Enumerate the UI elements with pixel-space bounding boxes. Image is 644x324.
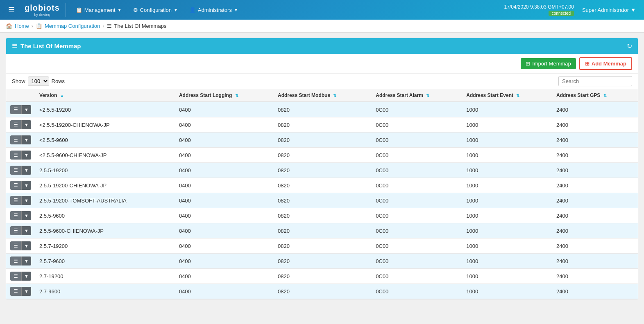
table-row: ☰ ▼ 2.5.5-9600040008200C0010002400 — [6, 208, 638, 223]
cell-addr_modbus: 0820 — [274, 178, 372, 193]
action-caret-button[interactable]: ▼ — [21, 196, 31, 205]
action-caret-button[interactable]: ▼ — [21, 211, 31, 220]
action-dropdown[interactable]: ☰ ▼ — [10, 120, 31, 129]
action-main-button[interactable]: ☰ — [10, 196, 21, 205]
action-main-button[interactable]: ☰ — [10, 151, 21, 160]
panel-refresh-button[interactable]: ↻ — [627, 42, 632, 50]
import-memmap-button[interactable]: ⊞ Import Memmap — [521, 58, 576, 69]
rows-label: Rows — [52, 78, 65, 84]
action-main-button[interactable]: ☰ — [10, 166, 21, 175]
cell-addr_modbus: 0820 — [274, 117, 372, 133]
col-addr-gps[interactable]: Address Start GPS ⇅ — [552, 89, 638, 102]
action-dropdown[interactable]: ☰ ▼ — [10, 181, 31, 190]
action-caret-button[interactable]: ▼ — [21, 166, 31, 175]
list-icon: ☰ — [107, 23, 112, 29]
cell-addr_modbus: 0820 — [274, 193, 372, 208]
action-dropdown[interactable]: ☰ ▼ — [10, 135, 31, 144]
cell-addr_gps: 2400 — [552, 269, 638, 284]
configuration-arrow: ▼ — [174, 8, 178, 12]
hamburger-button[interactable]: ☰ — [4, 5, 19, 14]
rows-per-page-select[interactable]: 10 25 50 100 — [28, 76, 49, 86]
nav-configuration[interactable]: ⚙ Configuration ▼ — [127, 0, 184, 20]
cell-version: <2.5.5-19200-CHIENOWA-JP — [35, 117, 175, 133]
breadcrumb-current: The List Of Memmaps — [114, 23, 167, 29]
col-addr-event[interactable]: Address Start Event ⇅ — [462, 89, 552, 102]
action-dropdown[interactable]: ☰ ▼ — [10, 151, 31, 160]
panel-header: ☰ The List Of Memmap ↻ — [6, 38, 638, 54]
cell-addr_logging: 0400 — [175, 163, 274, 178]
breadcrumb-memmap-config[interactable]: Memmap Configuration — [45, 23, 100, 29]
action-main-button[interactable]: ☰ — [10, 287, 21, 296]
col-version[interactable]: Version ▲ — [35, 89, 175, 102]
col-addr-logging[interactable]: Address Start Logging ⇅ — [175, 89, 274, 102]
logo-sub: by devteq — [34, 13, 50, 17]
col-addr-modbus[interactable]: Address Start Modbus ⇅ — [274, 89, 372, 102]
action-caret-button[interactable]: ▼ — [21, 226, 31, 235]
action-main-button[interactable]: ☰ — [10, 105, 21, 114]
search-input[interactable] — [558, 76, 632, 86]
add-memmap-button[interactable]: ⊞ Add Memmap — [579, 57, 632, 70]
action-caret-button[interactable]: ▼ — [21, 256, 31, 266]
cell-addr_event: 1000 — [462, 178, 552, 193]
cell-addr_alarm: 0C00 — [372, 117, 462, 133]
cell-addr_modbus: 0820 — [274, 254, 372, 269]
cell-addr_event: 1000 — [462, 284, 552, 299]
action-dropdown[interactable]: ☰ ▼ — [10, 287, 31, 296]
action-cell: ☰ ▼ — [6, 223, 35, 239]
management-arrow: ▼ — [118, 8, 122, 12]
action-dropdown[interactable]: ☰ ▼ — [10, 226, 31, 235]
action-dropdown[interactable]: ☰ ▼ — [10, 166, 31, 175]
action-caret-button[interactable]: ▼ — [21, 120, 31, 129]
logo-area: globiots by devteq — [19, 3, 66, 17]
action-caret-button[interactable]: ▼ — [21, 105, 31, 114]
action-dropdown[interactable]: ☰ ▼ — [10, 211, 31, 220]
cell-version: 2.5.5-19200 — [35, 163, 175, 178]
add-label: Add Memmap — [592, 61, 626, 67]
logo-text: globiots — [25, 3, 60, 13]
cell-version: <2.5.5-9600 — [35, 133, 175, 148]
cell-version: 2.5.5-9600 — [35, 208, 175, 223]
table-row: ☰ ▼ <2.5.5-19200040008200C0010002400 — [6, 102, 638, 117]
action-dropdown[interactable]: ☰ ▼ — [10, 256, 31, 266]
action-main-button[interactable]: ☰ — [10, 241, 21, 250]
cell-version: 2.5.7-19200 — [35, 239, 175, 254]
cell-addr_alarm: 0C00 — [372, 208, 462, 223]
table-header: Version ▲ Address Start Logging ⇅ Addres… — [6, 89, 638, 102]
action-main-button[interactable]: ☰ — [10, 226, 21, 235]
cell-addr_alarm: 0C00 — [372, 254, 462, 269]
action-caret-button[interactable]: ▼ — [21, 151, 31, 160]
action-caret-button[interactable]: ▼ — [21, 181, 31, 190]
home-icon: 🏠 — [6, 23, 12, 29]
action-dropdown[interactable]: ☰ ▼ — [10, 241, 31, 250]
breadcrumb-sep-2: › — [102, 23, 104, 29]
action-main-button[interactable]: ☰ — [10, 211, 21, 220]
show-rows-control: Show 10 25 50 100 Rows — [12, 76, 65, 86]
action-caret-button[interactable]: ▼ — [21, 287, 31, 296]
action-main-button[interactable]: ☰ — [10, 135, 21, 144]
cell-addr_event: 1000 — [462, 117, 552, 133]
col-action — [6, 89, 35, 102]
nav-management[interactable]: 📋 Management ▼ — [70, 0, 127, 20]
cell-addr_logging: 0400 — [175, 102, 274, 117]
action-main-button[interactable]: ☰ — [10, 181, 21, 190]
cell-addr_gps: 2400 — [552, 178, 638, 193]
user-menu[interactable]: Super Administrator ▼ — [578, 7, 640, 13]
cell-addr_alarm: 0C00 — [372, 284, 462, 299]
action-dropdown[interactable]: ☰ ▼ — [10, 272, 31, 281]
col-addr-alarm[interactable]: Address Start Alarm ⇅ — [372, 89, 462, 102]
action-caret-button[interactable]: ▼ — [21, 241, 31, 250]
cell-addr_logging: 0400 — [175, 193, 274, 208]
breadcrumb-home[interactable]: Home — [15, 23, 29, 29]
action-main-button[interactable]: ☰ — [10, 120, 21, 129]
action-dropdown[interactable]: ☰ ▼ — [10, 196, 31, 205]
action-main-button[interactable]: ☰ — [10, 256, 21, 266]
action-caret-button[interactable]: ▼ — [21, 135, 31, 144]
action-caret-button[interactable]: ▼ — [21, 272, 31, 281]
cell-addr_event: 1000 — [462, 133, 552, 148]
nav-administrators[interactable]: 👤 Administrators ▼ — [184, 0, 244, 20]
action-main-button[interactable]: ☰ — [10, 272, 21, 281]
cell-addr_logging: 0400 — [175, 269, 274, 284]
nav-management-label: Management — [84, 7, 116, 13]
cell-version: 2.5.5-19200-CHIENOWA-JP — [35, 178, 175, 193]
action-dropdown[interactable]: ☰ ▼ — [10, 105, 31, 114]
